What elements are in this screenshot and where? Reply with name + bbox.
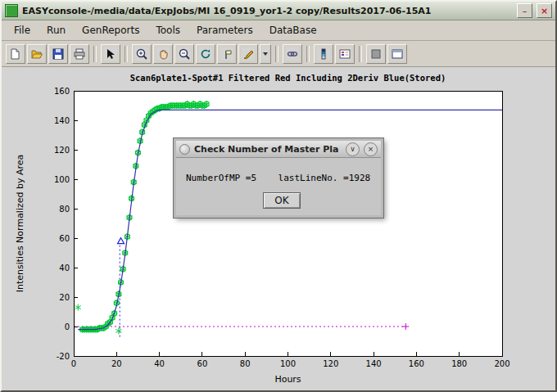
zoom-in-icon [135,47,148,61]
svg-text:80: 80 [240,359,251,368]
toolbar-show-plot-tools-button[interactable] [387,44,407,64]
dialog-title: Check Number of Master Pla [194,144,342,155]
svg-text:140: 140 [366,359,382,368]
rotate-3d-icon [199,47,212,61]
figure-area: 020406080100120140160180200-200204060801… [2,67,555,392]
new-figure-icon [9,47,22,61]
minimize-button[interactable]: – [517,3,532,18]
brush-icon [242,47,255,61]
svg-text:100: 100 [54,175,70,184]
svg-text:140: 140 [54,116,70,125]
open-file-icon [30,47,43,61]
toolbar-hide-plot-tools-button[interactable] [366,44,386,64]
zoom-out-icon [178,47,191,61]
toolbar-pan-button[interactable] [153,44,173,64]
toolbar-insert-legend-button[interactable] [335,44,355,64]
toolbar-zoom-in-button[interactable] [132,44,152,64]
close-button[interactable]: × [537,3,552,18]
toolbar-separator [125,46,128,62]
app-icon [5,4,18,17]
dialog-rollup-button[interactable]: ∨ [346,142,360,156]
titlebar[interactable]: EASYconsole-/media/data/ExpJobs/MI 16_09… [2,2,555,20]
svg-text:60: 60 [197,359,208,368]
save-figure-icon [52,47,65,61]
svg-text:80: 80 [59,205,70,214]
svg-text:120: 120 [323,359,338,368]
toolbar [2,41,555,67]
data-cursor-icon [220,47,233,61]
menu-file[interactable]: File [7,22,38,38]
menu-tools[interactable]: Tools [148,22,188,38]
svg-text:0: 0 [65,322,70,331]
toolbar-open-file-button[interactable] [27,44,47,64]
svg-text:40: 40 [59,264,70,273]
svg-text:-20: -20 [57,352,70,361]
svg-text:60: 60 [59,234,70,243]
toolbar-data-cursor-button[interactable] [217,44,237,64]
dialog-close-button[interactable]: × [364,142,378,156]
menu-genreports[interactable]: GenReports [75,22,147,38]
dialog-app-icon [179,144,190,155]
toolbar-print-figure-button[interactable] [70,44,89,64]
ok-button[interactable]: OK [263,192,301,209]
svg-text:40: 40 [154,359,165,368]
hide-plot-tools-icon [369,47,383,61]
dialog-check-number-of-master-plates: Check Number of Master Pla ∨ × NumberOfM… [174,138,383,218]
dialog-titlebar[interactable]: Check Number of Master Pla ∨ × [176,141,381,158]
svg-text:160: 160 [409,359,424,368]
show-plot-tools-icon [391,47,404,61]
toolbar-insert-colorbar-button[interactable] [314,44,333,64]
toolbar-new-figure-button[interactable] [6,44,25,64]
toolbar-link-plot-button[interactable] [283,44,302,64]
print-figure-icon [73,47,86,61]
toolbar-separator [306,46,310,62]
brush-dropdown-icon [262,47,269,61]
app-window: EASYconsole-/media/data/ExpJobs/MI 16_09… [0,0,557,392]
svg-text:200: 200 [494,359,509,368]
toolbar-separator [359,46,362,62]
svg-text:Hours: Hours [274,374,301,385]
svg-text:20: 20 [111,359,122,368]
edit-plot-icon [104,47,117,61]
toolbar-separator [93,46,97,62]
insert-legend-icon [338,47,351,61]
menu-database[interactable]: DataBase [262,22,324,38]
window-title: EASYconsole-/media/data/ExpJobs/MI 16_09… [22,6,513,16]
toolbar-rotate-3d-button[interactable] [196,44,215,64]
svg-text:160: 160 [54,87,70,96]
toolbar-save-figure-button[interactable] [48,44,68,64]
svg-text:0: 0 [71,359,76,368]
svg-text:120: 120 [54,146,70,155]
svg-text:Intensities Normalized by Area: Intensities Normalized by Area [15,155,25,293]
chart-canvas[interactable]: 020406080100120140160180200-200204060801… [2,67,555,392]
link-plot-icon [286,47,299,61]
svg-text:180: 180 [451,359,467,368]
svg-text:20: 20 [59,293,70,302]
menu-parameters[interactable]: Parameters [189,22,260,38]
toolbar-brush-dropdown-button[interactable] [260,44,271,64]
toolbar-zoom-out-button[interactable] [174,44,194,64]
menubar: FileRunGenReportsToolsParametersDataBase [2,20,555,41]
menu-run[interactable]: Run [39,22,73,38]
toolbar-separator [275,46,278,62]
dialog-message: NumberOfMP =5 lastLineNo. =1928 [186,173,370,183]
insert-colorbar-icon [317,47,330,61]
toolbar-brush-button[interactable] [238,44,258,64]
toolbar-edit-plot-button[interactable] [101,44,120,64]
dialog-body: NumberOfMP =5 lastLineNo. =1928 OK [176,158,381,215]
pan-icon [156,47,170,61]
svg-text:Scan6plate1-Spot#1 Filtered Re: Scan6plate1-Spot#1 Filtered Red Includin… [130,73,446,83]
svg-text:100: 100 [280,359,296,368]
